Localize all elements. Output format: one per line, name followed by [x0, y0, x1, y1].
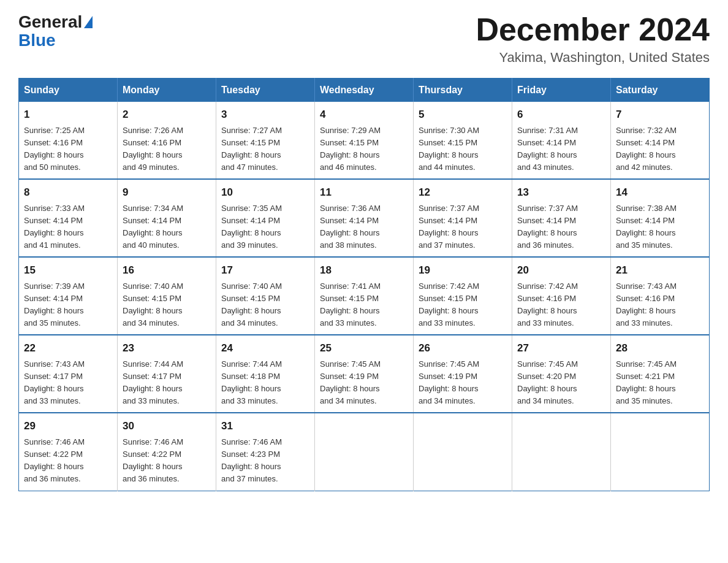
calendar-cell: 30 Sunrise: 7:46 AMSunset: 4:22 PMDaylig… — [118, 413, 216, 491]
calendar-cell: 8 Sunrise: 7:33 AMSunset: 4:14 PMDayligh… — [19, 179, 118, 257]
day-info: Sunrise: 7:35 AMSunset: 4:14 PMDaylight:… — [221, 204, 282, 250]
calendar-cell: 9 Sunrise: 7:34 AMSunset: 4:14 PMDayligh… — [118, 179, 216, 257]
day-number: 15 — [24, 262, 112, 278]
calendar-cell: 3 Sunrise: 7:27 AMSunset: 4:15 PMDayligh… — [216, 102, 315, 179]
day-number: 16 — [123, 262, 211, 278]
week-row-2: 8 Sunrise: 7:33 AMSunset: 4:14 PMDayligh… — [19, 179, 710, 257]
day-number: 14 — [616, 185, 704, 201]
calendar-subtitle: Yakima, Washington, United States — [476, 50, 710, 66]
day-number: 10 — [221, 185, 309, 201]
day-number: 7 — [616, 107, 704, 123]
day-of-week-monday: Monday — [118, 79, 216, 102]
calendar-cell: 27 Sunrise: 7:45 AMSunset: 4:20 PMDaylig… — [512, 335, 611, 413]
day-info: Sunrise: 7:36 AMSunset: 4:14 PMDaylight:… — [320, 204, 381, 250]
day-number: 30 — [123, 418, 211, 434]
day-number: 22 — [24, 340, 112, 356]
day-info: Sunrise: 7:32 AMSunset: 4:14 PMDaylight:… — [616, 126, 677, 172]
day-info: Sunrise: 7:45 AMSunset: 4:19 PMDaylight:… — [419, 359, 479, 405]
page-header: General Blue December 2024 Yakima, Washi… — [18, 12, 710, 66]
day-number: 23 — [123, 340, 211, 356]
day-info: Sunrise: 7:38 AMSunset: 4:14 PMDaylight:… — [616, 204, 677, 250]
day-info: Sunrise: 7:33 AMSunset: 4:14 PMDaylight:… — [24, 204, 85, 250]
day-info: Sunrise: 7:46 AMSunset: 4:23 PMDaylight:… — [221, 437, 282, 483]
day-info: Sunrise: 7:27 AMSunset: 4:15 PMDaylight:… — [221, 126, 282, 172]
calendar-cell: 25 Sunrise: 7:45 AMSunset: 4:19 PMDaylig… — [315, 335, 414, 413]
calendar-cell: 21 Sunrise: 7:43 AMSunset: 4:16 PMDaylig… — [611, 257, 710, 335]
day-info: Sunrise: 7:34 AMSunset: 4:14 PMDaylight:… — [123, 204, 183, 250]
calendar-cell: 2 Sunrise: 7:26 AMSunset: 4:16 PMDayligh… — [118, 102, 216, 179]
day-number: 1 — [24, 107, 112, 123]
calendar-body: 1 Sunrise: 7:25 AMSunset: 4:16 PMDayligh… — [19, 102, 710, 491]
day-number: 5 — [419, 107, 507, 123]
calendar-cell: 17 Sunrise: 7:40 AMSunset: 4:15 PMDaylig… — [216, 257, 315, 335]
day-number: 27 — [517, 340, 605, 356]
day-number: 28 — [616, 340, 704, 356]
day-info: Sunrise: 7:30 AMSunset: 4:15 PMDaylight:… — [419, 126, 479, 172]
week-row-5: 29 Sunrise: 7:46 AMSunset: 4:22 PMDaylig… — [19, 413, 710, 491]
day-number: 31 — [221, 418, 309, 434]
calendar-cell — [611, 413, 710, 491]
day-number: 2 — [123, 107, 211, 123]
calendar-cell: 10 Sunrise: 7:35 AMSunset: 4:14 PMDaylig… — [216, 179, 315, 257]
calendar-title: December 2024 — [476, 12, 710, 47]
calendar-cell: 18 Sunrise: 7:41 AMSunset: 4:15 PMDaylig… — [315, 257, 414, 335]
day-info: Sunrise: 7:43 AMSunset: 4:17 PMDaylight:… — [24, 359, 85, 405]
day-info: Sunrise: 7:29 AMSunset: 4:15 PMDaylight:… — [320, 126, 381, 172]
day-info: Sunrise: 7:46 AMSunset: 4:22 PMDaylight:… — [123, 437, 183, 483]
calendar-cell: 14 Sunrise: 7:38 AMSunset: 4:14 PMDaylig… — [611, 179, 710, 257]
day-of-week-thursday: Thursday — [414, 79, 512, 102]
day-number: 11 — [320, 185, 408, 201]
day-of-week-friday: Friday — [512, 79, 611, 102]
day-info: Sunrise: 7:46 AMSunset: 4:22 PMDaylight:… — [24, 437, 85, 483]
calendar-cell: 15 Sunrise: 7:39 AMSunset: 4:14 PMDaylig… — [19, 257, 118, 335]
day-info: Sunrise: 7:41 AMSunset: 4:15 PMDaylight:… — [320, 282, 381, 327]
calendar-cell: 29 Sunrise: 7:46 AMSunset: 4:22 PMDaylig… — [19, 413, 118, 491]
day-info: Sunrise: 7:45 AMSunset: 4:20 PMDaylight:… — [517, 359, 578, 405]
day-of-week-tuesday: Tuesday — [216, 79, 315, 102]
day-info: Sunrise: 7:44 AMSunset: 4:18 PMDaylight:… — [221, 359, 282, 405]
day-number: 17 — [221, 262, 309, 278]
calendar-cell: 1 Sunrise: 7:25 AMSunset: 4:16 PMDayligh… — [19, 102, 118, 179]
day-number: 3 — [221, 107, 309, 123]
calendar-cell: 19 Sunrise: 7:42 AMSunset: 4:15 PMDaylig… — [414, 257, 512, 335]
days-of-week-row: SundayMondayTuesdayWednesdayThursdayFrid… — [19, 79, 710, 102]
day-number: 21 — [616, 262, 704, 278]
day-number: 19 — [419, 262, 507, 278]
day-info: Sunrise: 7:39 AMSunset: 4:14 PMDaylight:… — [24, 282, 85, 327]
calendar-cell: 4 Sunrise: 7:29 AMSunset: 4:15 PMDayligh… — [315, 102, 414, 179]
calendar-cell: 24 Sunrise: 7:44 AMSunset: 4:18 PMDaylig… — [216, 335, 315, 413]
day-info: Sunrise: 7:45 AMSunset: 4:21 PMDaylight:… — [616, 359, 677, 405]
day-info: Sunrise: 7:37 AMSunset: 4:14 PMDaylight:… — [419, 204, 479, 250]
week-row-3: 15 Sunrise: 7:39 AMSunset: 4:14 PMDaylig… — [19, 257, 710, 335]
week-row-4: 22 Sunrise: 7:43 AMSunset: 4:17 PMDaylig… — [19, 335, 710, 413]
calendar-cell — [315, 413, 414, 491]
calendar-header: SundayMondayTuesdayWednesdayThursdayFrid… — [19, 79, 710, 102]
logo-triangle-icon — [84, 16, 93, 28]
logo-general-text: General — [18, 12, 82, 32]
calendar-cell: 6 Sunrise: 7:31 AMSunset: 4:14 PMDayligh… — [512, 102, 611, 179]
week-row-1: 1 Sunrise: 7:25 AMSunset: 4:16 PMDayligh… — [19, 102, 710, 179]
day-info: Sunrise: 7:43 AMSunset: 4:16 PMDaylight:… — [616, 282, 677, 327]
day-of-week-wednesday: Wednesday — [315, 79, 414, 102]
day-info: Sunrise: 7:42 AMSunset: 4:15 PMDaylight:… — [419, 282, 479, 327]
day-info: Sunrise: 7:44 AMSunset: 4:17 PMDaylight:… — [123, 359, 183, 405]
calendar-table: SundayMondayTuesdayWednesdayThursdayFrid… — [18, 78, 710, 491]
calendar-cell: 12 Sunrise: 7:37 AMSunset: 4:14 PMDaylig… — [414, 179, 512, 257]
calendar-cell: 31 Sunrise: 7:46 AMSunset: 4:23 PMDaylig… — [216, 413, 315, 491]
day-number: 20 — [517, 262, 605, 278]
calendar-cell: 5 Sunrise: 7:30 AMSunset: 4:15 PMDayligh… — [414, 102, 512, 179]
logo-blue-text: Blue — [18, 31, 93, 50]
calendar-cell: 26 Sunrise: 7:45 AMSunset: 4:19 PMDaylig… — [414, 335, 512, 413]
calendar-cell: 7 Sunrise: 7:32 AMSunset: 4:14 PMDayligh… — [611, 102, 710, 179]
day-info: Sunrise: 7:25 AMSunset: 4:16 PMDaylight:… — [24, 126, 85, 172]
day-number: 8 — [24, 185, 112, 201]
day-number: 13 — [517, 185, 605, 201]
calendar-cell — [512, 413, 611, 491]
day-info: Sunrise: 7:26 AMSunset: 4:16 PMDaylight:… — [123, 126, 183, 172]
day-info: Sunrise: 7:45 AMSunset: 4:19 PMDaylight:… — [320, 359, 381, 405]
day-number: 26 — [419, 340, 507, 356]
day-info: Sunrise: 7:37 AMSunset: 4:14 PMDaylight:… — [517, 204, 578, 250]
calendar-cell: 22 Sunrise: 7:43 AMSunset: 4:17 PMDaylig… — [19, 335, 118, 413]
day-number: 24 — [221, 340, 309, 356]
day-number: 4 — [320, 107, 408, 123]
